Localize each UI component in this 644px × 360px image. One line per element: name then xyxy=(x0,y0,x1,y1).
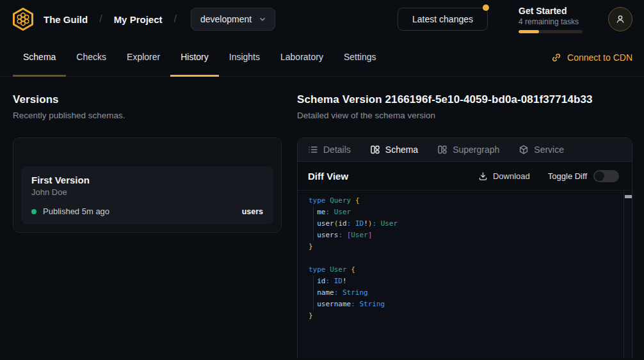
person-icon xyxy=(614,13,627,26)
list-icon xyxy=(308,145,318,155)
published-status-dot xyxy=(31,209,36,214)
latest-changes-label: Latest changes xyxy=(412,14,473,24)
version-status-row: Published 5m ago users xyxy=(31,207,263,216)
toggle-diff-knob xyxy=(595,171,604,181)
diff-view-toolbar: Diff View Download T xyxy=(298,162,632,191)
nav-tab-checks[interactable]: Checks xyxy=(66,38,117,77)
target-selector-dropdown[interactable]: development xyxy=(191,8,275,31)
breadcrumb-org[interactable]: The Guild xyxy=(44,14,88,25)
version-list-item[interactable]: First Version John Doe Published 5m ago … xyxy=(21,166,273,224)
diff-view-title: Diff View xyxy=(308,171,348,182)
version-detail-subtitle: Detailed view of the schema version xyxy=(297,111,632,120)
tab-schema[interactable]: Schema xyxy=(370,145,418,155)
breadcrumb: The Guild / My Project / xyxy=(44,13,177,25)
get-started-title: Get Started xyxy=(519,6,583,16)
nav-tab-insights[interactable]: Insights xyxy=(219,38,270,77)
versions-subtitle: Recently published schemas. xyxy=(13,111,282,120)
nav-tab-explorer[interactable]: Explorer xyxy=(117,38,170,77)
version-status-label: Published 5m ago xyxy=(43,207,109,216)
breadcrumb-project[interactable]: My Project xyxy=(114,14,163,25)
versions-title: Versions xyxy=(13,93,282,106)
nav-tab-history[interactable]: History xyxy=(170,38,219,77)
version-author: John Doe xyxy=(31,187,263,197)
version-service-badge: users xyxy=(242,207,263,216)
code-block[interactable]: type Query { me: User user(id: ID!): Use… xyxy=(298,191,632,322)
breadcrumb-separator: / xyxy=(99,13,102,25)
code-scrollbar[interactable] xyxy=(624,191,632,359)
main-content: Versions Recently published schemas. Fir… xyxy=(0,77,644,360)
tab-details-label: Details xyxy=(323,145,351,155)
guild-hive-logo-icon[interactable] xyxy=(10,6,36,32)
top-bar: The Guild / My Project / development Lat… xyxy=(0,0,644,38)
connect-to-cdn-label: Connect to CDN xyxy=(567,52,632,63)
tab-service-label: Service xyxy=(534,145,564,155)
link-icon xyxy=(551,52,561,63)
nav-tab-schema[interactable]: Schema xyxy=(13,38,66,77)
nav-tab-laboratory[interactable]: Laboratory xyxy=(270,38,334,77)
version-detail-section: Schema Version 2166196f-5e10-4059-bd0a-0… xyxy=(297,93,632,360)
versions-list-card: First Version John Doe Published 5m ago … xyxy=(13,137,282,233)
main-nav: Schema Checks Explorer History Insights … xyxy=(0,38,644,77)
toggle-diff-label: Toggle Diff xyxy=(548,171,587,181)
user-avatar[interactable] xyxy=(608,7,632,31)
version-name: First Version xyxy=(31,175,263,185)
get-started-widget[interactable]: Get Started 4 remaining tasks xyxy=(519,6,583,33)
version-detail-title: Schema Version 2166196f-5e10-4059-bd0a-0… xyxy=(297,93,632,106)
tab-supergraph-label: Supergraph xyxy=(453,145,499,155)
tab-supergraph[interactable]: Supergraph xyxy=(437,145,499,155)
get-started-progressbar xyxy=(519,30,583,33)
toggle-diff-switch[interactable] xyxy=(593,170,619,182)
version-detail-panel: Details Schema xyxy=(297,137,632,359)
get-started-subtitle: 4 remaining tasks xyxy=(519,17,583,26)
notification-dot xyxy=(483,4,489,11)
tab-service[interactable]: Service xyxy=(519,145,564,155)
version-detail-tabs: Details Schema xyxy=(298,138,632,162)
diff-view-actions: Download Toggle Diff xyxy=(478,170,619,182)
toggle-diff-group: Toggle Diff xyxy=(548,170,619,182)
schema-code-area: type Query { me: User user(id: ID!): Use… xyxy=(298,191,632,359)
download-button[interactable]: Download xyxy=(478,171,530,181)
versions-section: Versions Recently published schemas. Fir… xyxy=(13,93,282,360)
code-scrollbar-thumb[interactable] xyxy=(625,195,632,198)
latest-changes-button[interactable]: Latest changes xyxy=(398,8,488,31)
app-root: The Guild / My Project / development Lat… xyxy=(0,0,644,360)
chevron-down-icon xyxy=(258,15,267,24)
columns-icon xyxy=(370,145,380,155)
columns-icon xyxy=(437,145,447,155)
connect-to-cdn-link[interactable]: Connect to CDN xyxy=(551,38,632,76)
download-label: Download xyxy=(493,171,530,181)
get-started-progress-fill xyxy=(519,30,539,33)
cube-icon xyxy=(519,145,529,155)
breadcrumb-separator: / xyxy=(173,13,176,25)
tab-schema-label: Schema xyxy=(385,145,418,155)
download-icon xyxy=(478,171,488,181)
nav-tab-settings[interactable]: Settings xyxy=(334,38,387,77)
tab-details[interactable]: Details xyxy=(308,145,351,155)
target-selector-value: development xyxy=(200,14,252,24)
